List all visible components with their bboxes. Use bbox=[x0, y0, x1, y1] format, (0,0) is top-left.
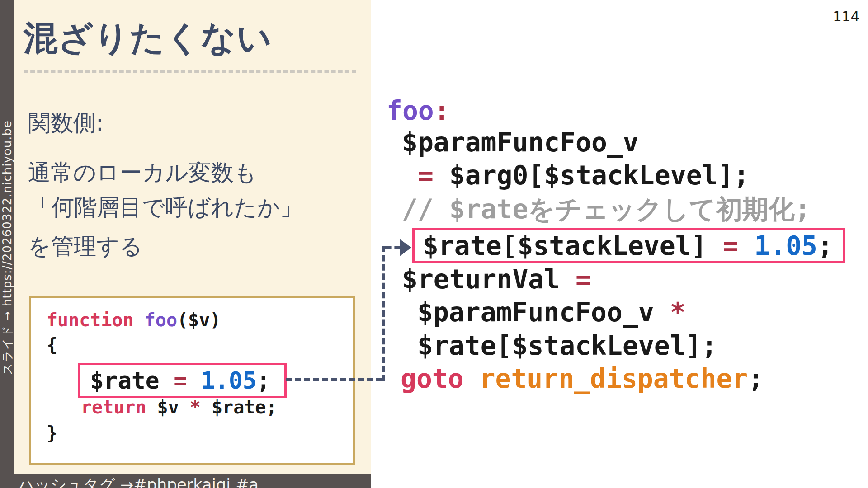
php-line-return: return $v * $rate; bbox=[81, 398, 277, 416]
asm-line-rate-index: $rate[$stackLevel]; bbox=[417, 333, 717, 359]
asm-rate-highlight-box: $rate[$stackLevel] = 1.05; bbox=[412, 228, 845, 263]
asm-line-arg-assign: = $arg0[$stackLevel]; bbox=[418, 162, 749, 188]
asm-line-multiply: $paramFuncFoo_v * bbox=[417, 299, 686, 325]
php-line-open-brace: { bbox=[47, 336, 57, 354]
asm-line-goto: goto return_dispatcher; bbox=[401, 366, 764, 392]
php-rate-highlight-box: $rate = 1.05; bbox=[78, 363, 287, 398]
arrow-head-icon bbox=[400, 239, 411, 256]
asm-line-foo-label: foo: bbox=[387, 98, 450, 124]
page-number: 114 bbox=[833, 8, 859, 24]
asm-line-rate-assign: $rate[$stackLevel] = 1.05; bbox=[423, 233, 833, 259]
asm-line-param-var: $paramFuncFoo_v bbox=[402, 129, 639, 155]
side-rail-url-text: スライド → https://20260322.nichiyou.be bbox=[0, 120, 15, 375]
title-divider bbox=[24, 70, 356, 73]
php-line-rate-assign: $rate = 1.05; bbox=[90, 369, 270, 392]
arrow-horizontal-segment bbox=[286, 378, 382, 381]
asm-line-comment: // $rateをチェックして初期化; bbox=[402, 196, 811, 222]
arrow-top-segment bbox=[385, 246, 401, 249]
php-line-close-brace: } bbox=[47, 424, 57, 442]
body-line-call-depth: 「何階層目で呼ばれたか」 bbox=[29, 195, 303, 220]
arrow-vertical-segment bbox=[382, 246, 385, 381]
php-line-function: function foo($v) bbox=[47, 311, 221, 329]
footer-hashtag-text: ハッシュタグ →#phperkaigi #a bbox=[18, 474, 259, 488]
body-line-manage: を管理する bbox=[28, 234, 143, 259]
slide-page: スライド → https://20260322.nichiyou.be 混ざりた… bbox=[0, 0, 868, 488]
body-line-local-vars: 通常のローカル変数も bbox=[28, 160, 257, 185]
page-title: 混ざりたくない bbox=[24, 18, 272, 57]
asm-line-returnval: $returnVal = bbox=[402, 266, 591, 292]
body-line-function-side: 関数側: bbox=[28, 111, 104, 136]
footer-bar: ハッシュタグ →#phperkaigi #a bbox=[0, 474, 371, 488]
